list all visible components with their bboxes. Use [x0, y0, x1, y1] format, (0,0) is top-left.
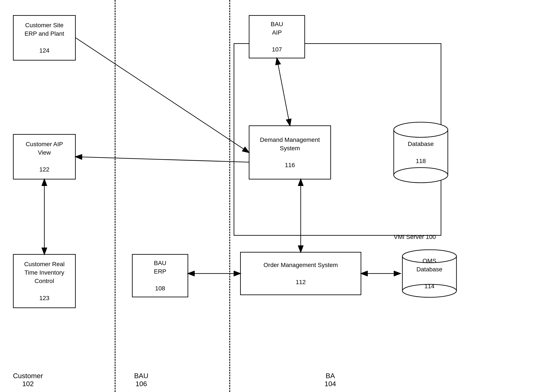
zone-ba-text: BA104: [324, 372, 336, 388]
cylinder-database-text: Database118: [408, 140, 434, 165]
zone-customer-label: Customer102: [13, 372, 43, 388]
svg-line-10: [76, 157, 249, 162]
zone-ba-label: BA104: [324, 372, 336, 388]
box-order-mgmt-text: Order Management System112: [264, 261, 338, 286]
box-demand-mgmt: Demand ManagementSystem116: [249, 125, 331, 179]
box-customer-aip-view: Customer AIPView122: [13, 134, 76, 179]
box-customer-rtic: Customer RealTime InventoryControl123: [13, 254, 76, 308]
box-bau-aip-text: BAUAIP107: [271, 20, 283, 54]
svg-line-9: [76, 38, 249, 152]
box-customer-site-text: Customer SiteERP and Plant124: [24, 21, 64, 55]
cylinder-oms-database: OMSDatabase114: [400, 249, 459, 298]
cylinder-oms-database-text: OMSDatabase114: [416, 257, 442, 291]
vmi-server-label: VMI Server 100: [394, 234, 436, 241]
zone-bau-label: BAU106: [134, 372, 148, 388]
box-customer-rtic-text: Customer RealTime InventoryControl123: [24, 260, 65, 302]
cylinder-database: Database118: [391, 121, 450, 184]
box-bau-aip: BAUAIP107: [249, 15, 305, 58]
dashed-line-1: [115, 0, 116, 392]
box-bau-erp-text: BAUERP108: [154, 259, 166, 293]
diagram-container: VMI Server 100 Customer SiteERP and Plan…: [0, 0, 543, 392]
box-demand-mgmt-text: Demand ManagementSystem116: [260, 135, 320, 169]
box-order-mgmt: Order Management System112: [240, 252, 361, 295]
box-bau-erp: BAUERP108: [132, 254, 188, 297]
zone-bau-text: BAU106: [134, 372, 148, 388]
zone-customer-text: Customer102: [13, 372, 43, 388]
box-customer-site: Customer SiteERP and Plant124: [13, 15, 76, 61]
box-customer-aip-view-text: Customer AIPView122: [26, 140, 63, 174]
dashed-line-2: [229, 0, 230, 392]
